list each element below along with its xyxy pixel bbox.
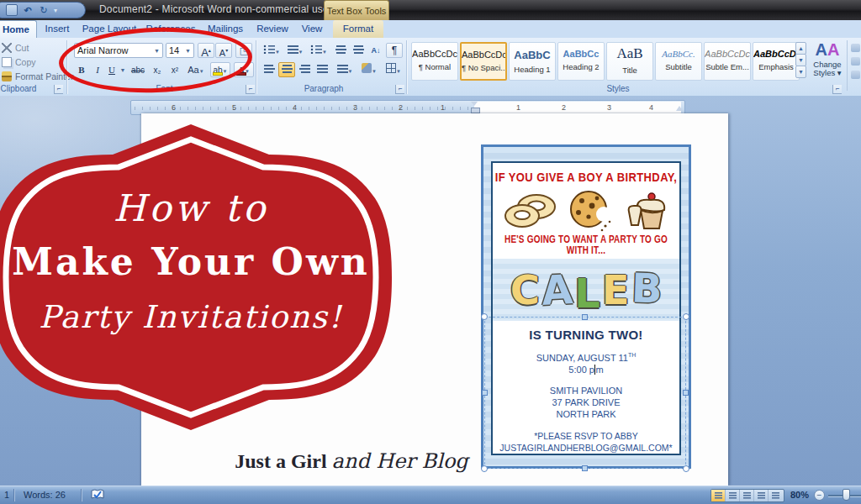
save-icon[interactable] bbox=[6, 4, 18, 16]
styles-scroll-down-icon[interactable]: ▼ bbox=[795, 54, 806, 66]
copy-button[interactable]: Copy bbox=[2, 57, 36, 67]
bullets-icon bbox=[263, 45, 275, 54]
redo-icon[interactable]: ↻ bbox=[38, 4, 50, 16]
replace-icon[interactable] bbox=[851, 57, 860, 66]
borders-icon bbox=[386, 63, 396, 73]
styles-dialog-launcher[interactable]: ⌐ bbox=[832, 85, 842, 94]
zoom-out-icon[interactable]: − bbox=[814, 490, 825, 501]
highlight-color-button[interactable]: ab▼ bbox=[210, 62, 230, 77]
tab-insert[interactable]: Insert bbox=[37, 20, 77, 38]
clipboard-dialog-launcher[interactable]: ⌐ bbox=[54, 85, 63, 94]
sort-button[interactable]: A↓ bbox=[367, 43, 384, 58]
subscript-button[interactable]: x₂ bbox=[149, 62, 166, 77]
underline-dropdown[interactable]: ▼ bbox=[119, 62, 127, 77]
print-layout-view-button[interactable] bbox=[711, 490, 726, 501]
font-dialog-launcher[interactable]: ⌐ bbox=[246, 85, 255, 94]
select-icon[interactable] bbox=[851, 71, 860, 79]
zoom-slider-thumb[interactable] bbox=[843, 489, 850, 501]
contextual-tab-group-textbox-tools: Text Box Tools bbox=[324, 0, 389, 20]
bullets-button[interactable]: ▼ bbox=[261, 43, 283, 58]
tab-format[interactable]: Format bbox=[333, 20, 383, 38]
style-subtle-emphasis[interactable]: AaBbCcDc Subtle Em... bbox=[704, 42, 751, 81]
change-styles-icon: AA bbox=[809, 41, 846, 58]
chevron-down-icon: ▼ bbox=[154, 48, 160, 54]
italic-button[interactable]: I bbox=[91, 62, 104, 77]
web-layout-view-button[interactable] bbox=[740, 490, 754, 501]
tab-page-layout[interactable]: Page Layout bbox=[77, 20, 141, 38]
tab-references[interactable]: References bbox=[141, 20, 200, 38]
tab-mailings[interactable]: Mailings bbox=[200, 20, 251, 38]
selection-handle-bottom-center[interactable] bbox=[582, 465, 588, 471]
styles-gallery-expand-icon[interactable]: ▼ bbox=[795, 66, 806, 78]
styles-scroll-up-icon[interactable]: ▲ bbox=[795, 42, 806, 55]
textbox-selection-border[interactable] bbox=[484, 317, 686, 469]
superscript-button[interactable]: x² bbox=[166, 62, 183, 77]
zoom-level[interactable]: 80% bbox=[790, 490, 809, 500]
indent-marker-right[interactable] bbox=[676, 102, 683, 111]
spellcheck-icon[interactable] bbox=[91, 489, 104, 501]
selection-handle-bottom-right[interactable] bbox=[683, 465, 689, 472]
clear-formatting-button[interactable]: ◳ bbox=[235, 43, 252, 58]
view-shortcuts bbox=[710, 489, 784, 502]
numbering-icon bbox=[288, 45, 298, 54]
style-normal[interactable]: AaBbCcDc ¶ Normal bbox=[411, 42, 458, 81]
style-heading2[interactable]: AaBbCc Heading 2 bbox=[557, 42, 605, 81]
sort-icon: A↓ bbox=[372, 46, 381, 55]
increase-indent-button[interactable] bbox=[350, 43, 367, 58]
cookie-icon bbox=[567, 189, 614, 233]
selection-handle-top-center[interactable] bbox=[582, 314, 588, 320]
style-heading1[interactable]: AaBbC Heading 1 bbox=[509, 42, 556, 81]
bold-button[interactable]: B bbox=[74, 62, 89, 77]
multilevel-list-button[interactable]: ▼ bbox=[308, 43, 330, 58]
tab-home[interactable]: Home bbox=[0, 20, 37, 38]
strikethrough-button[interactable]: abc bbox=[128, 62, 148, 77]
numbering-button[interactable]: ▼ bbox=[284, 43, 306, 58]
grow-font-button[interactable]: A▴ bbox=[198, 43, 214, 58]
qat-customize-icon[interactable]: ▾ bbox=[54, 7, 57, 14]
shading-button[interactable]: ▼ bbox=[358, 62, 380, 77]
font-size-combo[interactable]: 14▼ bbox=[166, 43, 194, 58]
format-painter-button[interactable]: Format Painter bbox=[2, 71, 73, 81]
styles-group-label: Styles bbox=[513, 84, 723, 95]
selection-handle-top-left[interactable] bbox=[481, 313, 488, 320]
style-title[interactable]: AaB Title bbox=[606, 42, 653, 81]
font-color-bar bbox=[236, 72, 246, 76]
style-subtitle[interactable]: AaBbCc. Subtitle bbox=[655, 42, 702, 81]
justify-button[interactable] bbox=[314, 62, 330, 77]
word-count[interactable]: Words: 26 bbox=[24, 490, 66, 500]
align-center-button[interactable] bbox=[278, 62, 295, 77]
underline-button[interactable]: U bbox=[105, 62, 119, 77]
decrease-indent-button[interactable] bbox=[332, 43, 349, 58]
selection-handle-top-right[interactable] bbox=[683, 313, 689, 320]
font-name-combo[interactable]: Arial Narrow▼ bbox=[74, 43, 163, 58]
invitation-food-row bbox=[493, 186, 679, 235]
borders-button[interactable]: ▼ bbox=[383, 62, 404, 77]
selection-handle-right-middle[interactable] bbox=[683, 390, 689, 396]
change-styles-button[interactable]: AA Change Styles ▾ bbox=[809, 41, 846, 83]
tab-view[interactable]: View bbox=[294, 20, 330, 38]
find-icon[interactable] bbox=[851, 44, 860, 52]
page-indicator[interactable]: 1 bbox=[4, 490, 9, 500]
tab-review[interactable]: Review bbox=[251, 20, 294, 38]
shrink-font-button[interactable]: A▾ bbox=[215, 43, 232, 58]
undo-icon[interactable]: ↶ bbox=[22, 4, 34, 16]
badge-line2: Make Your Own bbox=[0, 240, 394, 283]
change-case-button[interactable]: Aa▼ bbox=[185, 62, 207, 77]
cut-button[interactable]: Cut bbox=[2, 43, 29, 53]
selection-handle-left-middle[interactable] bbox=[482, 390, 488, 396]
paragraph-dialog-launcher[interactable]: ⌐ bbox=[395, 85, 404, 94]
outline-view-button[interactable] bbox=[754, 490, 769, 501]
indent-marker-left[interactable] bbox=[471, 102, 478, 113]
style-emphasis[interactable]: AaBbCcDc Emphasis bbox=[753, 42, 800, 81]
fullscreen-view-button[interactable] bbox=[726, 490, 740, 501]
align-left-button[interactable] bbox=[261, 62, 277, 77]
show-hide-button[interactable]: ¶ bbox=[386, 43, 403, 58]
align-right-button[interactable] bbox=[296, 62, 313, 77]
draft-view-button[interactable] bbox=[769, 490, 783, 501]
line-spacing-button[interactable]: ▼ bbox=[334, 62, 356, 77]
styles-gallery-scroll: ▲ ▼ ▼ bbox=[795, 42, 806, 81]
align-left-icon bbox=[264, 65, 275, 73]
font-color-button[interactable]: A▼ bbox=[234, 62, 254, 77]
pilcrow-icon: ¶ bbox=[392, 45, 397, 56]
style-no-spacing[interactable]: AaBbCcDc ¶ No Spaci... bbox=[460, 42, 507, 81]
